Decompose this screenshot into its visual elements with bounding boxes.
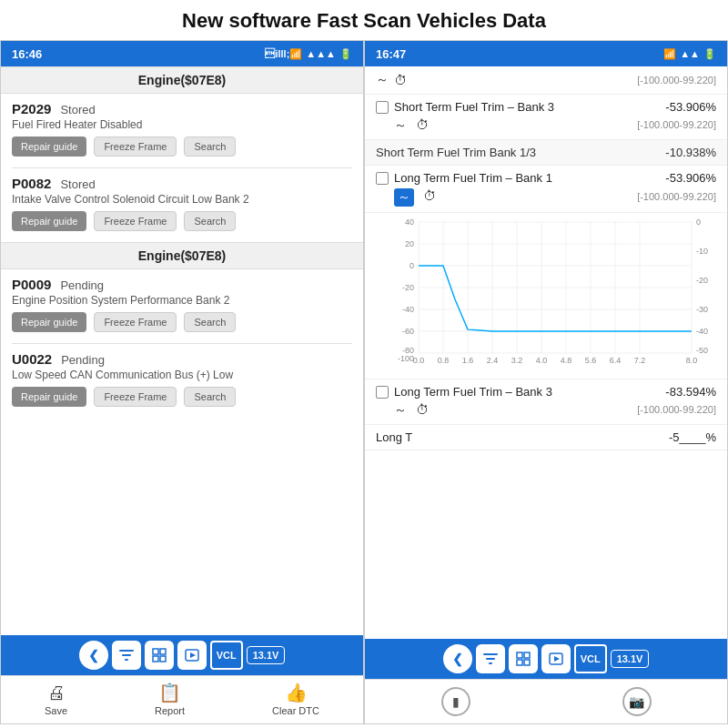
left-phone: 16:46 illl;📶 ▲▲▲ 🔋 Engine($07E8) P2029 …: [0, 40, 364, 724]
search-p2029[interactable]: Search: [184, 136, 236, 157]
right-time: 16:47: [376, 47, 406, 61]
clock-icon-top: ⏱: [394, 73, 407, 87]
value-partial-bottom: -5____%: [669, 430, 716, 444]
freeze-frame-p0009[interactable]: Freeze Frame: [94, 312, 177, 332]
svg-text:0.0: 0.0: [413, 356, 425, 365]
section-header-1: Engine($07E8): [1, 66, 363, 94]
nav-save-label: Save: [45, 705, 67, 716]
freeze-frame-p2029[interactable]: Freeze Frame: [94, 136, 177, 157]
dtc-desc-u0022: Low Speed CAN Communication Bus (+) Low: [12, 369, 352, 381]
search-p0082[interactable]: Search: [184, 211, 236, 231]
dtc-status-u0022: Pending: [61, 353, 105, 367]
battery-icon: 🔋: [339, 48, 352, 60]
svg-text:2.4: 2.4: [487, 356, 499, 365]
dtc-code-p0082: P0082: [12, 176, 51, 191]
voltage-left: 13.1V: [247, 646, 286, 664]
back-button-right[interactable]: ❮: [443, 644, 472, 673]
section-header-2: Engine($07E8): [1, 242, 363, 269]
waveform-icon-ltft-b3[interactable]: ～: [394, 402, 407, 419]
checkbox-ltft-b1[interactable]: [376, 172, 389, 185]
dtc-code-p2029: P2029: [12, 101, 51, 116]
svg-text:-20: -20: [402, 283, 414, 292]
svg-text:6.4: 6.4: [610, 356, 622, 365]
range-stft-b3: [-100.000-99.220]: [637, 119, 716, 130]
left-status-bar: 16:46 illl;📶 ▲▲▲ 🔋: [1, 41, 363, 66]
filter-icon-right[interactable]: [476, 644, 505, 673]
stop-button[interactable]: ▮: [441, 687, 470, 716]
waveform-icon-top: ～: [376, 72, 389, 88]
svg-rect-52: [524, 660, 530, 665]
right-signal-icon: 📶: [663, 48, 676, 60]
vcl-icon-left[interactable]: VCL: [210, 641, 243, 670]
value-ltft-b3: -83.594%: [665, 385, 716, 399]
svg-rect-51: [517, 660, 522, 665]
repair-guide-p0082[interactable]: Repair guide: [12, 211, 86, 231]
svg-text:1.6: 1.6: [462, 356, 474, 365]
right-phone-content: ～ ⏱ [-100.000-99.220] Short Term Fuel Tr…: [365, 66, 727, 639]
dtc-status-p0009: Pending: [60, 278, 104, 292]
right-wifi-icon: ▲▲: [680, 48, 700, 59]
grid-icon-right[interactable]: [509, 644, 538, 673]
clock-icon-stft-b3[interactable]: ⏱: [416, 117, 429, 134]
fuel-item-ltft-b1: Long Term Fuel Trim – Bank 1 -53.906% ～ …: [365, 166, 727, 213]
fuel-item-stft-b3: Short Term Fuel Trim – Bank 3 -53.906% ～…: [365, 95, 727, 140]
clock-icon-ltft-b1[interactable]: ⏱: [423, 188, 436, 207]
svg-text:3.2: 3.2: [511, 356, 523, 365]
svg-text:4.0: 4.0: [536, 356, 548, 365]
dtc-status-p0082: Stored: [60, 177, 95, 191]
svg-text:-60: -60: [402, 327, 414, 336]
dtc-actions-p0082: Repair guide Freeze Frame Search: [12, 211, 352, 231]
right-phone: 16:47 📶 ▲▲ 🔋 ～ ⏱ [-100.000-99.220]: [364, 40, 728, 724]
dtc-actions-p0009: Repair guide Freeze Frame Search: [12, 312, 352, 332]
freeze-frame-p0082[interactable]: Freeze Frame: [94, 211, 177, 231]
value-ltft-b1: -53.906%: [665, 171, 716, 185]
svg-text:-10: -10: [696, 247, 708, 256]
summary-value-1: -10.938%: [665, 146, 716, 159]
right-bottom-nav: ▮ 📷: [365, 679, 727, 723]
filter-icon-left[interactable]: [112, 641, 141, 670]
dtc-desc-p0082: Intake Valve Control Solenoid Circuit Lo…: [12, 193, 352, 206]
freeze-frame-u0022[interactable]: Freeze Frame: [94, 387, 177, 407]
svg-text:-40: -40: [696, 327, 708, 336]
svg-text:7.2: 7.2: [634, 356, 646, 365]
label-ltft-b1: Long Term Fuel Trim – Bank 1: [394, 171, 552, 185]
dtc-actions-u0022: Repair guide Freeze Frame Search: [12, 387, 352, 407]
label-stft-b3: Short Term Fuel Trim – Bank 3: [394, 100, 554, 114]
waveform-icon-stft-b3[interactable]: ～: [394, 117, 407, 134]
play-icon-right[interactable]: [541, 644, 571, 673]
repair-guide-p0009[interactable]: Repair guide: [12, 312, 86, 332]
waveform-active-icon-ltft-b1[interactable]: ～: [394, 188, 414, 207]
svg-rect-1: [160, 649, 166, 654]
right-battery-icon: 🔋: [703, 48, 716, 60]
vcl-icon-right[interactable]: VCL: [574, 644, 607, 673]
left-status-icons: illl;📶 ▲▲▲ 🔋: [265, 48, 352, 60]
fuel-icons-ltft-b1: ～ ⏱: [394, 188, 436, 207]
svg-text:0.8: 0.8: [438, 356, 450, 365]
snapshot-button[interactable]: 📷: [622, 687, 652, 716]
checkbox-ltft-b3[interactable]: [376, 386, 389, 399]
svg-text:0: 0: [696, 217, 701, 227]
nav-save[interactable]: 🖨 Save: [45, 682, 67, 716]
nav-report[interactable]: 📋 Report: [155, 682, 185, 716]
nav-clear-dtc[interactable]: 👍 Clear DTC: [272, 682, 319, 716]
label-ltft-b3: Long Term Fuel Trim – Bank 3: [394, 385, 552, 399]
search-u0022[interactable]: Search: [184, 387, 236, 407]
grid-icon-left[interactable]: [145, 641, 174, 670]
svg-rect-0: [153, 649, 158, 654]
checkbox-stft-b3[interactable]: [376, 101, 389, 114]
search-p0009[interactable]: Search: [184, 312, 236, 332]
svg-rect-2: [153, 656, 158, 662]
dtc-p2029: P2029 Stored Fuel Fired Heater Disabled …: [1, 94, 363, 167]
play-icon-left[interactable]: [177, 641, 207, 670]
repair-guide-p2029[interactable]: Repair guide: [12, 136, 86, 157]
left-bottom-toolbar: ❮ VCL 13.1V: [1, 635, 363, 675]
repair-guide-u0022[interactable]: Repair guide: [12, 387, 86, 407]
left-bottom-nav: 🖨 Save 📋 Report 👍 Clear DTC: [1, 675, 363, 723]
summary-label-1: Short Term Fuel Trim Bank 1/3: [376, 146, 536, 159]
fuel-item-ltft-b3: Long Term Fuel Trim – Bank 3 -83.594% ～ …: [365, 379, 727, 425]
dtc-desc-p2029: Fuel Fired Heater Disabled: [12, 118, 352, 131]
clock-icon-ltft-b3[interactable]: ⏱: [416, 402, 429, 419]
back-button-left[interactable]: ❮: [79, 641, 108, 670]
fuel-item-partial-bottom: Long T -5____%: [365, 425, 727, 450]
dtc-code-u0022: U0022: [12, 351, 52, 367]
